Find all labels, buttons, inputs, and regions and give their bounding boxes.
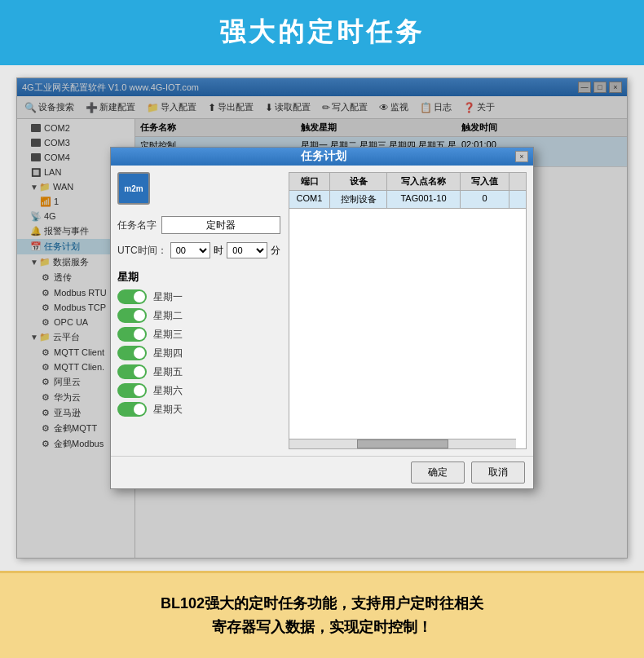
task-dialog: 任务计划 × m2m 任务名 xyxy=(110,147,534,489)
weekday-monday: 星期一 xyxy=(117,289,280,304)
utc-time-row: UTC时间： 000102 时 000102 分 xyxy=(117,242,280,258)
utc-label: UTC时间： xyxy=(117,244,167,258)
weekday-title: 星期 xyxy=(117,270,280,285)
weekday-saturday: 星期六 xyxy=(117,383,280,398)
col-port: 端口 xyxy=(289,173,330,190)
dialog-scroll-area xyxy=(289,209,527,449)
toggle-thursday[interactable] xyxy=(117,346,147,360)
weekday-monday-label: 星期一 xyxy=(153,290,183,304)
scrollbar-thumb[interactable] xyxy=(357,439,448,448)
screenshot-area: 4G工业网关配置软件 V1.0 www.4G-IOT.com — □ × 设备搜… xyxy=(0,65,644,571)
weekday-friday: 星期五 xyxy=(117,364,280,379)
minute-select[interactable]: 000102 xyxy=(227,242,267,258)
banner: 强大的定时任务 xyxy=(0,0,644,65)
toggle-sunday[interactable] xyxy=(117,402,147,417)
dialog-table-row[interactable]: COM1 控制设备 TAG001-10 0 xyxy=(289,191,527,209)
col-device: 设备 xyxy=(330,173,387,190)
weekday-sunday: 星期天 xyxy=(117,402,280,417)
cell-tag: TAG001-10 xyxy=(387,191,461,208)
cell-port: COM1 xyxy=(289,191,330,208)
banner-title: 强大的定时任务 xyxy=(219,15,425,51)
toggle-friday[interactable] xyxy=(117,364,147,379)
weekday-thursday-label: 星期四 xyxy=(153,347,183,360)
dialog-right: 端口 设备 写入点名称 写入值 COM1 控制设备 TAG001-10 0 xyxy=(289,172,527,449)
weekday-sunday-label: 星期天 xyxy=(153,403,183,417)
caption-text: BL102强大的定时任务功能，支持用户定时往相关 寄存器写入数据，实现定时控制！ xyxy=(161,592,483,639)
cell-value: 0 xyxy=(461,191,509,208)
hour-unit: 时 xyxy=(214,244,223,258)
dialog-close-button[interactable]: × xyxy=(515,151,528,162)
modal-overlay: 任务计划 × m2m 任务名 xyxy=(17,78,627,558)
toggle-monday[interactable] xyxy=(117,289,147,304)
dialog-footer: 确定 取消 xyxy=(111,456,533,488)
weekday-tuesday-label: 星期二 xyxy=(153,309,183,323)
weekday-wednesday: 星期三 xyxy=(117,327,280,342)
task-name-row: 任务名字 xyxy=(117,216,280,234)
toggle-tuesday[interactable] xyxy=(117,308,147,323)
confirm-button[interactable]: 确定 xyxy=(411,461,465,484)
dialog-logo: m2m xyxy=(117,172,150,205)
toggle-saturday[interactable] xyxy=(117,383,147,398)
min-unit: 分 xyxy=(271,244,280,258)
caption-strong: BL102强大的定时任务功能，支持用户定时往相关 xyxy=(161,595,483,612)
weekday-wednesday-label: 星期三 xyxy=(153,328,183,342)
task-name-label: 任务名字 xyxy=(117,219,157,232)
horizontal-scrollbar[interactable] xyxy=(289,439,516,448)
weekday-tuesday: 星期二 xyxy=(117,308,280,323)
caption: BL102强大的定时任务功能，支持用户定时往相关 寄存器写入数据，实现定时控制！ xyxy=(0,571,644,658)
dialog-title: 任务计划 xyxy=(132,149,515,164)
dialog-titlebar: 任务计划 × xyxy=(111,148,533,166)
weekday-saturday-label: 星期六 xyxy=(153,384,183,398)
dialog-left: m2m 任务名字 UTC时间： 000102 xyxy=(117,172,280,449)
toggle-wednesday[interactable] xyxy=(117,327,147,342)
col-tag: 写入点名称 xyxy=(387,173,461,190)
weekday-friday-label: 星期五 xyxy=(153,365,183,379)
task-name-input[interactable] xyxy=(161,216,280,234)
weekday-thursday: 星期四 xyxy=(117,346,280,360)
main-window: 4G工业网关配置软件 V1.0 www.4G-IOT.com — □ × 设备搜… xyxy=(16,77,628,559)
hour-select[interactable]: 000102 xyxy=(170,242,211,258)
dialog-body: m2m 任务名字 UTC时间： 000102 xyxy=(111,166,533,456)
col-value: 写入值 xyxy=(461,173,509,190)
dialog-table-header: 端口 设备 写入点名称 写入值 xyxy=(289,172,527,191)
cell-device: 控制设备 xyxy=(330,191,387,208)
weekday-section: 星期 星期一 星期二 星期三 xyxy=(117,270,280,421)
cancel-button[interactable]: 取消 xyxy=(471,461,525,484)
